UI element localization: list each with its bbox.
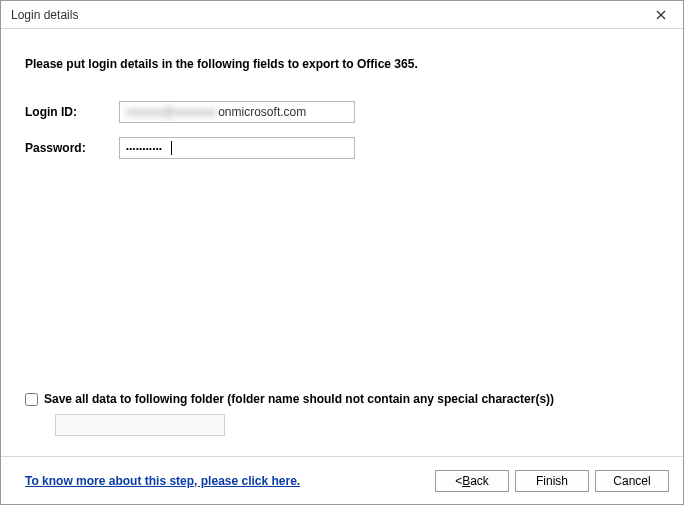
login-id-value-obscured: xxxxxx@xxxxxxx: [126, 105, 216, 119]
back-button[interactable]: < Back: [435, 470, 509, 492]
text-caret: [171, 141, 172, 155]
password-label: Password:: [25, 141, 119, 155]
password-row: Password:: [25, 137, 659, 159]
login-id-field[interactable]: xxxxxx@xxxxxxx onmicrosoft.com: [119, 101, 355, 123]
password-field[interactable]: [119, 137, 355, 159]
window-title: Login details: [11, 8, 78, 22]
save-folder-block: Save all data to following folder (folde…: [25, 392, 554, 436]
save-folder-checkbox[interactable]: [25, 393, 38, 406]
cancel-button[interactable]: Cancel: [595, 470, 669, 492]
close-button[interactable]: [647, 5, 675, 25]
instruction-text: Please put login details in the followin…: [25, 57, 659, 71]
login-id-label: Login ID:: [25, 105, 119, 119]
dialog-body: Please put login details in the followin…: [1, 29, 683, 456]
help-link[interactable]: To know more about this step, please cli…: [25, 474, 300, 488]
close-icon: [656, 10, 666, 20]
dialog-footer: To know more about this step, please cli…: [1, 456, 683, 504]
save-folder-input[interactable]: [55, 414, 225, 436]
login-id-value-domain: onmicrosoft.com: [218, 105, 306, 119]
titlebar: Login details: [1, 1, 683, 29]
save-folder-label: Save all data to following folder (folde…: [44, 392, 554, 406]
login-details-dialog: Login details Please put login details i…: [0, 0, 684, 505]
login-row: Login ID: xxxxxx@xxxxxxx onmicrosoft.com: [25, 101, 659, 123]
finish-button[interactable]: Finish: [515, 470, 589, 492]
